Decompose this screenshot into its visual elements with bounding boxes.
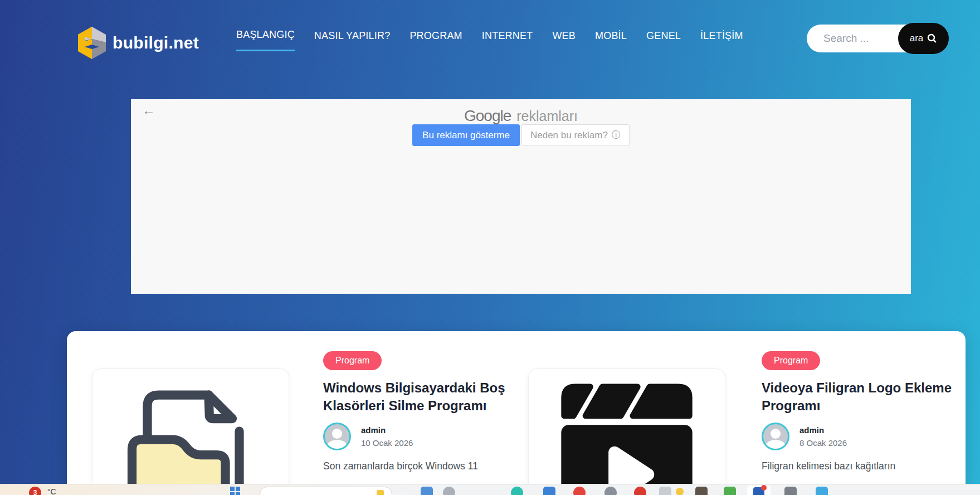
author-avatar (762, 423, 789, 450)
header-search: ara (807, 23, 949, 54)
content-panel: Program Windows Bilgisayardaki Boş Klasö… (67, 331, 966, 495)
article-thumbnail-1[interactable] (92, 368, 289, 495)
category-badge[interactable]: Program (762, 351, 820, 370)
nav-item-baslangic[interactable]: BAŞLANGIÇ (236, 29, 295, 51)
main-nav: BAŞLANGIÇ NASIL YAPILIR? PROGRAM INTERNE… (236, 29, 743, 51)
google-ad-panel: ← Googlereklamları Bu reklamı gösterme N… (131, 99, 911, 294)
taskbar-app-icon[interactable] (634, 487, 646, 495)
author-row: admin 10 Ocak 2026 (323, 423, 526, 450)
search-button[interactable]: ara (898, 23, 949, 54)
ad-why-label: Neden bu reklam? (530, 130, 608, 141)
taskbar-app-icon[interactable] (659, 487, 671, 495)
logo-text: bubilgi.net (113, 33, 199, 52)
article-excerpt: Filigran kelimesi bazı kağıtların (762, 460, 965, 472)
nav-item-internet[interactable]: INTERNET (482, 30, 533, 51)
system-taskbar: 3 °C (0, 484, 980, 495)
google-logo-text: Google (464, 107, 511, 124)
search-icon (927, 33, 937, 43)
taskbar-app-icon[interactable] (695, 487, 708, 495)
category-badge[interactable]: Program (323, 351, 382, 370)
taskbar-app-icon[interactable] (676, 488, 684, 495)
nav-item-nasil-yapilir[interactable]: NASIL YAPILIR? (314, 30, 391, 51)
taskbar-app-icon[interactable] (816, 487, 828, 495)
author-row: admin 8 Ocak 2026 (762, 423, 965, 450)
nav-item-genel[interactable]: GENEL (646, 30, 681, 51)
search-button-label: ara (910, 33, 924, 44)
taskbar-app-icon[interactable] (443, 487, 455, 495)
ad-dismiss-button[interactable]: Bu reklamı gösterme (412, 124, 520, 146)
taskbar-app-icon[interactable] (604, 487, 617, 495)
weather-temperature-unit[interactable]: °C (47, 487, 56, 495)
article-2: Program Videoya Filigran Logo Ekleme Pro… (762, 351, 965, 472)
ad-header: Googlereklamları (131, 107, 911, 125)
nav-item-program[interactable]: PROGRAM (409, 30, 462, 51)
bubilgi-logo-icon (77, 26, 107, 60)
ad-actions: Bu reklamı gösterme Neden bu reklam? ⓘ (131, 124, 911, 146)
taskbar-app-icon[interactable] (724, 487, 736, 495)
author-name[interactable]: admin (361, 425, 413, 435)
folder-document-icon (107, 377, 274, 495)
start-button[interactable] (230, 487, 240, 495)
taskbar-app-icon[interactable] (784, 487, 797, 495)
nav-item-iletisim[interactable]: İLETİŞİM (700, 30, 743, 51)
info-icon: ⓘ (612, 129, 621, 141)
weather-icon[interactable]: 3 (29, 487, 41, 495)
taskbar-app-icon[interactable] (543, 487, 555, 495)
article-title[interactable]: Windows Bilgisayardaki Boş Klasörleri Si… (323, 379, 526, 414)
taskbar-app-icon[interactable] (421, 487, 433, 495)
taskbar-search[interactable] (260, 487, 392, 495)
clapperboard-play-icon (546, 375, 708, 495)
nav-item-mobil[interactable]: MOBİL (595, 30, 627, 51)
nav-item-web[interactable]: WEB (552, 30, 576, 51)
article-date: 8 Ocak 2026 (799, 438, 847, 448)
site-header: bubilgi.net BAŞLANGIÇ NASIL YAPILIR? PRO… (0, 0, 980, 78)
author-name[interactable]: admin (799, 425, 847, 435)
author-avatar (323, 423, 351, 450)
article-date: 10 Ocak 2026 (361, 438, 413, 448)
article-1: Program Windows Bilgisayardaki Boş Klasö… (323, 351, 526, 472)
ad-brand-suffix: reklamları (516, 108, 578, 124)
taskbar-active-app[interactable] (747, 486, 771, 495)
site-logo[interactable]: bubilgi.net (77, 26, 199, 60)
article-thumbnail-2[interactable] (528, 368, 725, 495)
article-title[interactable]: Videoya Filigran Logo Ekleme Programı (762, 379, 965, 414)
taskbar-app-icon[interactable] (573, 487, 586, 495)
taskbar-app-icon[interactable] (511, 487, 523, 495)
article-excerpt: Son zamanlarda birçok Windows 11 (323, 460, 526, 472)
ad-why-button[interactable]: Neden bu reklam? ⓘ (521, 124, 630, 146)
mail-app-icon (753, 487, 764, 495)
search-highlight-icon (377, 490, 384, 495)
